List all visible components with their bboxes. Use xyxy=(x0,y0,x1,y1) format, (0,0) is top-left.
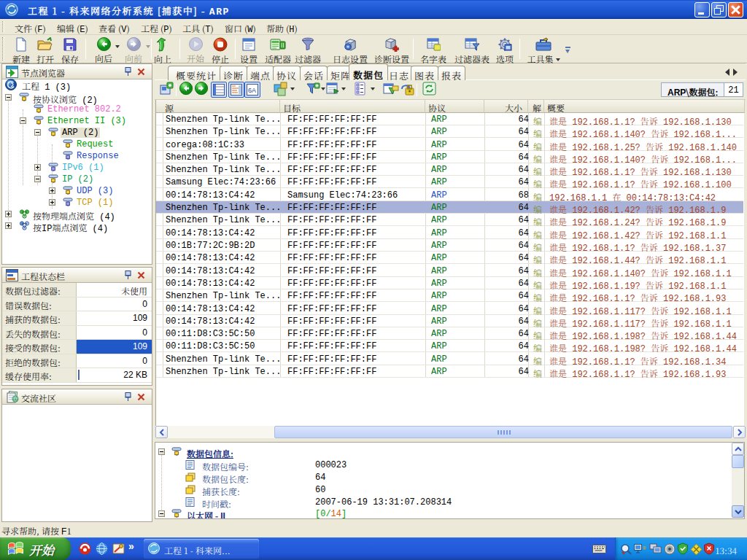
svg-text:6A: 6A xyxy=(248,87,256,94)
